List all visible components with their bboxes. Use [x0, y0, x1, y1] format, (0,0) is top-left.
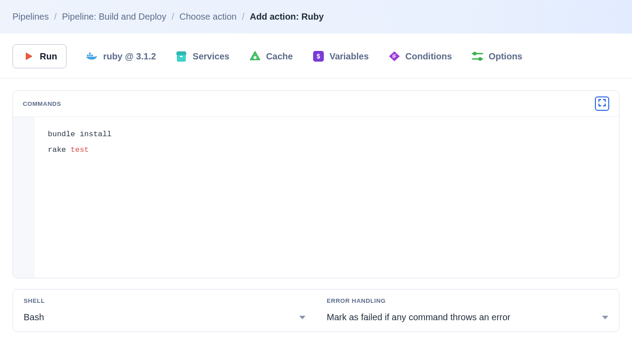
tab-environment-label: ruby @ 3.1.2 [103, 51, 156, 62]
commands-editor[interactable]: bundle install rake test [13, 117, 619, 278]
error-handling-label: ERROR HANDLING [327, 297, 609, 304]
shell-value: Bash [24, 312, 44, 322]
svg-point-11 [473, 52, 477, 55]
cache-icon [248, 50, 262, 63]
tab-environment[interactable]: ruby @ 3.1.2 [85, 50, 156, 63]
tab-conditions[interactable]: IF Conditions [388, 50, 452, 63]
svg-point-12 [478, 57, 482, 61]
breadcrumb-choose-action[interactable]: Choose action [180, 12, 237, 22]
expand-icon [598, 99, 606, 109]
tab-cache-label: Cache [266, 51, 293, 62]
shell-column: SHELL Bash [13, 289, 316, 331]
commands-panel: COMMANDS bundle install rake test [13, 90, 619, 278]
svg-text:$: $ [317, 53, 320, 60]
tab-options-label: Options [489, 51, 523, 62]
svg-rect-2 [91, 54, 93, 56]
breadcrumb-current: Add action: Ruby [250, 12, 324, 22]
code-line-2b: test [71, 146, 89, 154]
options-icon [471, 50, 484, 63]
editor-code[interactable]: bundle install rake test [34, 117, 619, 278]
tab-options[interactable]: Options [471, 50, 523, 63]
breadcrumb-sep: / [54, 12, 57, 22]
error-handling-column: ERROR HANDLING Mark as failed if any com… [316, 289, 619, 331]
tab-run[interactable]: Run [13, 44, 67, 68]
tab-variables-label: Variables [330, 51, 369, 62]
shell-select[interactable]: Bash [24, 312, 306, 322]
tab-cache[interactable]: Cache [248, 50, 293, 63]
tab-services-label: Services [193, 51, 229, 62]
svg-text:IF: IF [392, 54, 396, 59]
breadcrumb: Pipelines / Pipeline: Build and Deploy /… [13, 12, 619, 22]
svg-rect-4 [180, 56, 183, 57]
tab-services[interactable]: Services [175, 50, 229, 63]
error-handling-value: Mark as failed if any command throws an … [327, 312, 511, 322]
breadcrumb-sep: / [172, 12, 174, 22]
content: COMMANDS bundle install rake test SHELL … [0, 79, 632, 345]
tab-bar: Run ruby @ 3.1.2 Services Cache $ Variab… [0, 33, 632, 79]
editor-gutter [13, 117, 34, 278]
chevron-down-icon [299, 316, 306, 319]
expand-button[interactable] [595, 96, 609, 111]
conditions-icon: IF [388, 50, 401, 63]
shell-label: SHELL [24, 297, 306, 304]
settings-row: SHELL Bash ERROR HANDLING Mark as failed… [13, 289, 619, 332]
code-line-1: bundle install [48, 130, 112, 138]
commands-header: COMMANDS [13, 91, 619, 117]
svg-rect-3 [89, 53, 91, 54]
box-icon [175, 50, 188, 63]
commands-title: COMMANDS [23, 100, 61, 107]
breadcrumb-sep: / [242, 12, 245, 22]
breadcrumb-pipeline[interactable]: Pipeline: Build and Deploy [62, 12, 167, 22]
header: Pipelines / Pipeline: Build and Deploy /… [0, 0, 632, 33]
tab-variables[interactable]: $ Variables [312, 50, 369, 63]
variables-icon: $ [312, 50, 325, 63]
code-line-2a: rake [48, 146, 71, 154]
error-handling-select[interactable]: Mark as failed if any command throws an … [327, 312, 609, 322]
play-icon [22, 50, 35, 63]
breadcrumb-pipelines[interactable]: Pipelines [13, 12, 49, 22]
svg-rect-0 [87, 54, 89, 56]
docker-icon [85, 50, 99, 63]
svg-rect-1 [89, 54, 91, 56]
tab-conditions-label: Conditions [406, 51, 452, 62]
chevron-down-icon [602, 316, 608, 319]
svg-point-5 [253, 56, 256, 59]
tab-run-label: Run [40, 51, 57, 62]
